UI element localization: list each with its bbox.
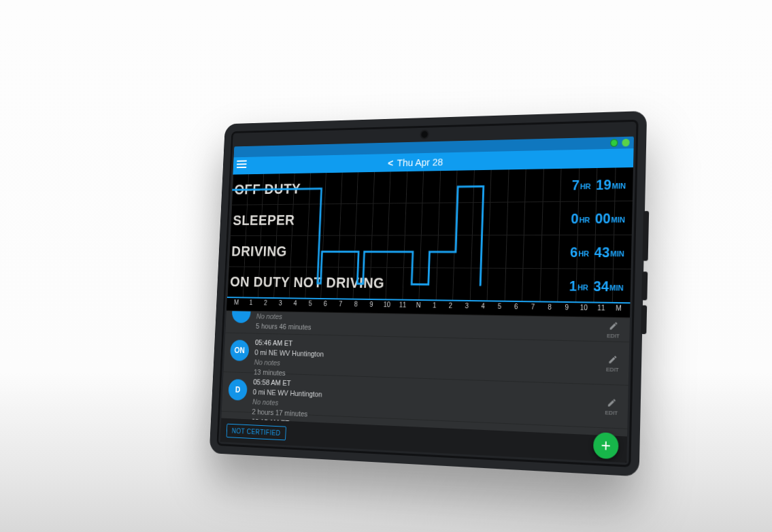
device-camera: [421, 131, 428, 138]
status-badge: D: [228, 379, 248, 401]
entry-time: 05:46 AM ET: [255, 337, 324, 349]
entry-location: 0 mi NE WV Huntington: [254, 348, 324, 359]
entry-time: 08:15 AM ET: [251, 417, 314, 430]
hos-graph[interactable]: OFF DUTY SLEEPER DRIVING ON DUTY NOT DRI…: [226, 167, 633, 318]
status-badge: ON: [230, 339, 250, 361]
total-driving: 6HR 43MIN: [569, 235, 626, 269]
pencil-icon: [607, 354, 618, 364]
entry-note: No notes: [252, 397, 322, 410]
device-button: [642, 211, 649, 261]
certify-button[interactable]: NOT CERTIFIED: [226, 423, 286, 440]
status-badge: [232, 311, 252, 323]
entry-location: 5 mi NW WV Beckley: [251, 427, 314, 436]
date-nav[interactable]: < Thu Apr 28: [388, 156, 443, 168]
entry-note: No notes: [254, 357, 323, 369]
total-on-duty: 1HR 34MIN: [569, 269, 625, 303]
status-indicator-icon: [622, 139, 629, 147]
chevron-left-icon[interactable]: <: [388, 157, 394, 169]
status-row-driving: DRIVING: [231, 243, 287, 260]
edit-button[interactable]: EDIT: [607, 320, 620, 339]
pencil-icon: [609, 320, 619, 331]
log-entry[interactable]: ON 05:46 AM ET 0 mi NE WV Huntington No …: [224, 333, 630, 386]
total-sleeper: 0HR 00MIN: [571, 201, 627, 235]
total-off-duty: 7HR 19MIN: [571, 167, 628, 202]
entry-duration: 2 hours 17 minutes: [252, 407, 322, 420]
edit-button[interactable]: EDIT: [605, 397, 618, 416]
entry-location: 0 mi NE WV Huntington: [252, 387, 322, 399]
status-row-off-duty: OFF DUTY: [234, 180, 301, 198]
status-row-on-duty: ON DUTY NOT DRIVING: [230, 273, 385, 292]
plus-icon: +: [601, 435, 611, 456]
edit-button[interactable]: EDIT: [606, 354, 619, 372]
entry-duration: 5 hours 46 minutes: [256, 321, 312, 332]
log-entries[interactable]: No notes 5 hours 46 minutes EDIT ON 05:4…: [221, 311, 630, 436]
entry-time: 05:58 AM ET: [253, 377, 322, 389]
header-date: Thu Apr 28: [397, 156, 443, 168]
add-button[interactable]: +: [593, 432, 619, 459]
menu-icon[interactable]: [237, 161, 247, 169]
status-row-sleeper: SLEEPER: [233, 212, 295, 229]
status-badge: [226, 418, 246, 437]
tablet-device: < Thu Apr 28 OFF DUTY SLEEPER DRIVING ON…: [209, 111, 648, 476]
entry-note: No notes: [256, 312, 312, 322]
app-screen: < Thu Apr 28 OFF DUTY SLEEPER DRIVING ON…: [220, 137, 634, 463]
status-indicator-icon: [610, 139, 618, 147]
device-button: [641, 271, 648, 300]
entry-duration: 13 minutes: [254, 367, 323, 379]
device-button: [641, 305, 647, 334]
pencil-icon: [607, 397, 617, 408]
